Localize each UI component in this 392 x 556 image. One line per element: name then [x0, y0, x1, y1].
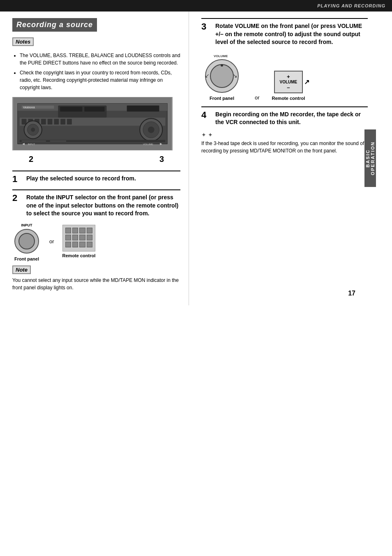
remote-btn [87, 235, 92, 240]
page-number: 17 [348, 290, 355, 297]
remote-btn [87, 228, 92, 233]
svg-rect-15 [54, 119, 59, 125]
front-panel-label-2: Front panel [14, 256, 39, 261]
knob-sm-inner [18, 233, 35, 249]
input-label: INPUT [21, 223, 32, 227]
step-2-front-panel: INPUT Front panel [12, 222, 41, 261]
svg-text:INPUT: INPUT [28, 143, 35, 145]
front-panel-vol: VOLUME ↙ ↘ Front panel [201, 52, 242, 101]
notes-list: The VOLUME, BASS. TREBLE, BALANCE and LO… [12, 52, 180, 91]
remote-btn [79, 228, 85, 233]
vol-label: VOLUME [280, 80, 297, 84]
step-4-header: 4 Begin recording on the MD recorder, th… [201, 111, 368, 127]
step-3-header: 3 Rotate VOLUME on the front panel (or p… [201, 22, 368, 46]
step-1-text: Play the selected source to record from. [26, 175, 136, 183]
notes-label-box: Notes [12, 37, 34, 46]
remote-btn [65, 242, 71, 247]
svg-point-23 [31, 128, 35, 132]
vol-knob-large: VOLUME ↙ ↘ [201, 52, 242, 93]
remote-vol-box: + VOLUME – ↗ [274, 71, 303, 93]
notes-item-1: The VOLUME, BASS. TREBLE, BALANCE and LO… [20, 52, 180, 67]
remote-btn [72, 228, 78, 233]
step-1-header: 1 Play the selected source to record fro… [12, 175, 180, 184]
step-2: 2 Rotate the INPUT selector on the front… [12, 189, 180, 291]
svg-rect-8 [127, 106, 159, 112]
remote-btn [72, 242, 78, 247]
number-label-2: 2 [29, 155, 33, 164]
svg-text:►: ► [159, 142, 163, 146]
svg-rect-25 [22, 141, 46, 141]
svg-text:◄: ◄ [22, 142, 25, 146]
knob-sm [14, 229, 39, 254]
step-1-number: 1 [12, 175, 22, 184]
header-title: PLAYING AND RECORDING [317, 3, 385, 8]
remote-row-2 [65, 235, 92, 240]
step-1: 1 Play the selected source to record fro… [12, 171, 180, 184]
remote-btn [65, 228, 71, 233]
step-3: 3 Rotate VOLUME on the front panel (or p… [201, 18, 368, 101]
svg-text:VOLUME: VOLUME [143, 143, 153, 145]
or-text-3: or [255, 95, 260, 101]
notes-label-text: Notes [16, 39, 30, 45]
remote-control-label-3: Remote control [272, 96, 305, 101]
svg-point-36 [221, 64, 223, 67]
number-labels: 2 3 [12, 155, 180, 164]
step-2-header: 2 Rotate the INPUT selector on the front… [12, 194, 180, 218]
remote-btn [72, 235, 78, 240]
svg-point-35 [210, 65, 233, 88]
svg-point-20 [148, 127, 154, 133]
remote-btn [87, 242, 92, 247]
svg-rect-7 [84, 107, 104, 112]
svg-rect-16 [60, 119, 65, 125]
svg-rect-26 [50, 141, 66, 141]
remote-btn [65, 235, 71, 240]
step-2-text: Rotate the INPUT selector on the front p… [26, 194, 180, 218]
note-label-text: Note [16, 267, 28, 273]
tip-icon: ✦ ✦ [201, 132, 368, 138]
header-bar: PLAYING AND RECORDING [0, 0, 392, 12]
svg-text:VOLUME: VOLUME [214, 54, 228, 58]
remote-control-label-2: Remote control [62, 253, 96, 258]
step-2-number: 2 [12, 194, 22, 203]
vol-minus: – [287, 84, 290, 90]
section-title-text: Recording a source [16, 21, 93, 29]
svg-rect-13 [41, 119, 46, 125]
svg-rect-6 [60, 107, 82, 112]
or-text-2: or [49, 238, 54, 245]
notes-item-2: Check the copyright laws in your country… [20, 69, 180, 91]
remote-row-3 [65, 242, 92, 247]
section-title-banner: Recording a source [12, 18, 97, 32]
note-text: You cannot select any input source while… [12, 277, 180, 291]
step-4-text: Begin recording on the MD recorder, the … [215, 111, 368, 127]
step-4: 4 Begin recording on the MD recorder, th… [201, 106, 368, 155]
right-column: 3 Rotate VOLUME on the front panel (or p… [189, 12, 376, 305]
step-3-text: Rotate VOLUME on the front panel (or pre… [215, 22, 368, 46]
note-label-box: Note [12, 265, 31, 274]
receiver-image: YAMAHA [12, 97, 173, 150]
svg-rect-10 [22, 119, 27, 125]
svg-rect-17 [67, 119, 72, 125]
step-2-diagram: INPUT Front panel or [12, 222, 180, 261]
input-knob: INPUT [12, 222, 41, 255]
front-panel-label-3: Front panel [210, 96, 234, 101]
remote-vol-panel: + VOLUME – ↗ Remote control [272, 71, 305, 101]
main-content: Recording a source Notes The VOLUME, BAS… [0, 12, 392, 305]
vol-plus: + [287, 74, 290, 80]
step-3-number: 3 [201, 22, 211, 31]
remote-grid [62, 225, 95, 251]
svg-text:YAMAHA: YAMAHA [23, 106, 35, 109]
side-tab-text: BASIC OPERATION [365, 141, 375, 175]
left-column: Recording a source Notes The VOLUME, BAS… [0, 12, 189, 305]
step-2-remote: Remote control [62, 225, 96, 258]
remote-pointer-arrow: ↗ [304, 78, 309, 86]
remote-btn [79, 235, 85, 240]
tip-text: If the 3-head tape deck is used for reco… [201, 140, 368, 155]
side-tab: BASIC OPERATION [364, 129, 376, 187]
remote-row-1 [65, 228, 92, 233]
svg-rect-14 [48, 119, 53, 125]
svg-text:↙: ↙ [205, 72, 210, 79]
remote-btn [79, 242, 85, 247]
step-4-number: 4 [201, 111, 211, 120]
number-label-3: 3 [159, 155, 164, 164]
volume-diagram-row: VOLUME ↙ ↘ Front panel [201, 52, 368, 101]
